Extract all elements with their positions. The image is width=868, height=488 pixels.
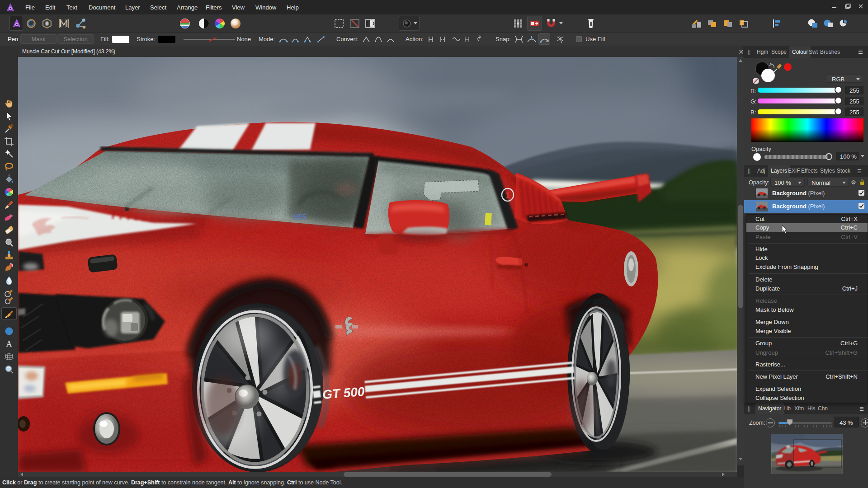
- svg-text:H55: H55: [293, 213, 307, 221]
- svg-text:A: A: [6, 339, 12, 348]
- svg-text:1: 1: [505, 190, 510, 200]
